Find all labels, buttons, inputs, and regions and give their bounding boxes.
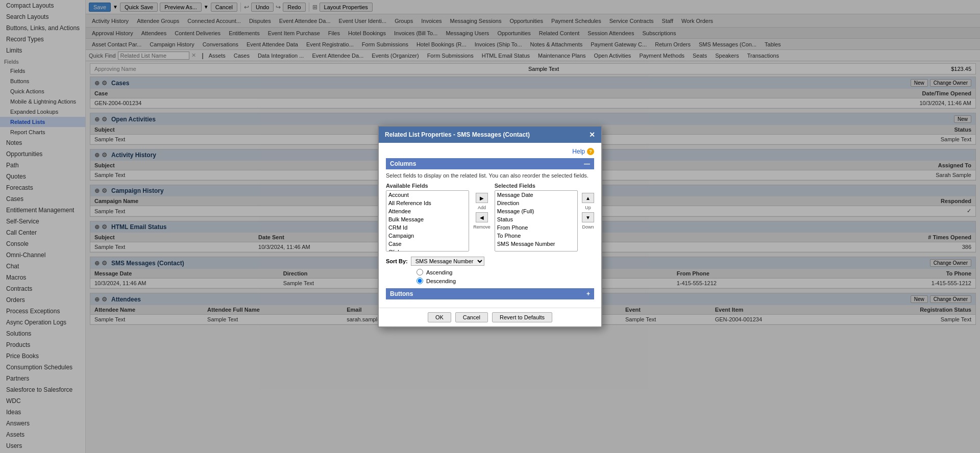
modal-header: Related List Properties - SMS Messages (… — [379, 127, 601, 143]
sort-row: Sort By: SMS Message Number Message Date… — [386, 257, 594, 266]
remove-label: Remove — [473, 224, 491, 230]
sel-message-date[interactable]: Message Date — [495, 191, 577, 199]
updown-buttons: ▲ Up ▼ Down — [582, 183, 594, 230]
sort-by-label: Sort By: — [386, 258, 408, 264]
ascending-radio[interactable] — [416, 269, 423, 275]
selected-fields-container: Selected Fields Message Date Direction M… — [495, 183, 578, 251]
modal-cancel-button[interactable]: Cancel — [455, 312, 488, 322]
modal-title: Related List Properties - SMS Messages (… — [385, 131, 530, 138]
modal-help-icon: ? — [587, 148, 594, 155]
sel-direction[interactable]: Direction — [495, 199, 577, 207]
available-fields-container: Available Fields Account All Reference I… — [386, 183, 469, 251]
modal-columns-collapse[interactable]: — — [584, 160, 590, 167]
field-clicks[interactable]: Clicks — [386, 248, 469, 251]
up-button[interactable]: ▲ — [582, 193, 594, 203]
add-button[interactable]: ▶ — [476, 193, 488, 203]
modal-help-link[interactable]: Help — [572, 148, 585, 155]
modal-footer: OK Cancel Revert to Defaults — [379, 308, 601, 326]
modal-dialog: Related List Properties - SMS Messages (… — [378, 125, 602, 328]
available-fields-label: Available Fields — [386, 183, 469, 189]
descending-radio[interactable] — [416, 278, 423, 284]
modal-help-row: Help ? — [386, 148, 594, 155]
buttons-expand-icon[interactable]: + — [586, 290, 590, 297]
descending-row: Descending — [416, 278, 594, 284]
sel-sms-number[interactable]: SMS Message Number — [495, 240, 577, 248]
field-crm[interactable]: CRM Id — [386, 223, 469, 232]
ascending-row: Ascending — [416, 269, 594, 275]
modal-columns-desc: Select fields to display on the related … — [386, 172, 594, 179]
modal-close-button[interactable]: ✕ — [589, 131, 595, 139]
transfer-buttons: ▶ Add ◀ Remove — [473, 183, 491, 230]
descending-label: Descending — [426, 278, 456, 284]
up-label: Up — [585, 205, 591, 210]
modal-ok-button[interactable]: OK — [428, 312, 451, 322]
modal-revert-button[interactable]: Revert to Defaults — [492, 312, 552, 322]
columns-area: Available Fields Account All Reference I… — [386, 183, 594, 251]
sel-to-phone[interactable]: To Phone — [495, 232, 577, 240]
field-account[interactable]: Account — [386, 191, 469, 199]
modal-columns-label: Columns — [390, 160, 416, 167]
selected-fields-label: Selected Fields — [495, 183, 578, 189]
sel-message-full[interactable]: Message (Full) — [495, 207, 577, 215]
ascending-label: Ascending — [426, 269, 452, 275]
modal-body: Help ? Columns — Select fields to displa… — [379, 143, 601, 308]
field-bulk[interactable]: Bulk Message — [386, 215, 469, 223]
remove-button[interactable]: ◀ — [476, 212, 488, 222]
sel-status[interactable]: Status — [495, 215, 577, 223]
modal-columns-header: Columns — — [386, 158, 594, 169]
down-label: Down — [582, 224, 594, 230]
field-case[interactable]: Case — [386, 240, 469, 248]
field-campaign[interactable]: Campaign — [386, 232, 469, 240]
sel-from-phone[interactable]: From Phone — [495, 223, 577, 232]
sort-by-select[interactable]: SMS Message Number Message Date Directio… — [411, 257, 484, 266]
field-attendee[interactable]: Attendee — [386, 207, 469, 215]
available-fields-list[interactable]: Account All Reference Ids Attendee Bulk … — [386, 190, 469, 251]
selected-fields-list[interactable]: Message Date Direction Message (Full) St… — [495, 190, 578, 251]
field-all-ref[interactable]: All Reference Ids — [386, 199, 469, 207]
modal-buttons-header: Buttons + — [386, 288, 594, 299]
add-label: Add — [478, 205, 486, 210]
buttons-section-label: Buttons — [390, 290, 413, 297]
down-button[interactable]: ▼ — [582, 212, 594, 222]
